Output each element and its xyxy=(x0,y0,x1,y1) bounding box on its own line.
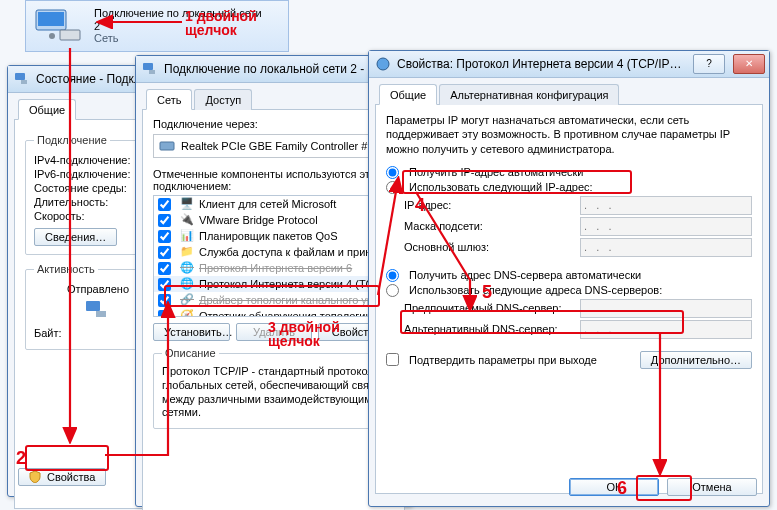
title-text: Свойства: Протокол Интернета версии 4 (T… xyxy=(397,57,685,71)
description-text: Протокол TCP/IP - стандартный протокол г… xyxy=(162,365,385,420)
uninstall-button[interactable]: Удалить xyxy=(236,323,312,341)
svg-rect-5 xyxy=(21,80,27,84)
lan-connection-shortcut[interactable]: Подключение по локальной сети 2 Сеть xyxy=(25,0,289,52)
cancel-button[interactable]: Отмена xyxy=(667,478,757,496)
properties-button[interactable]: Свойства xyxy=(18,468,106,486)
intro-text: Параметры IP могут назначаться автоматич… xyxy=(386,113,752,156)
input-dns1[interactable] xyxy=(580,299,752,318)
nic-icon xyxy=(159,138,175,154)
shield-icon xyxy=(29,471,41,483)
label-connect-via: Подключение через: xyxy=(153,118,394,130)
titlebar-tcpip[interactable]: Свойства: Протокол Интернета версии 4 (T… xyxy=(369,51,769,78)
help-button[interactable]: ? xyxy=(693,54,725,74)
tabstrip-tcpip: Общие Альтернативная конфигурация xyxy=(375,83,763,105)
label-mask: Маска подсети: xyxy=(404,220,574,232)
list-item: 🔗Драйвер топологии канального уровня xyxy=(154,292,393,308)
checkbox-validate-on-exit[interactable] xyxy=(386,353,399,366)
close-button[interactable]: ✕ xyxy=(733,54,765,74)
lan-connection-label: Подключение по локальной сети 2 Сеть xyxy=(94,7,262,45)
svg-point-11 xyxy=(377,58,389,70)
components-list[interactable]: 🖥️Клиент для сетей Microsoft 🔌VMware Bri… xyxy=(153,195,394,317)
svg-rect-6 xyxy=(86,301,100,311)
tab-network[interactable]: Сеть xyxy=(146,89,192,110)
svg-rect-8 xyxy=(143,63,153,70)
tab-alt-config[interactable]: Альтернативная конфигурация xyxy=(439,84,619,105)
input-dns2[interactable] xyxy=(580,320,752,339)
label-bytes: Байт: xyxy=(34,327,62,339)
label-state: Состояние среды: xyxy=(34,182,127,194)
list-item: 📊Планировщик пакетов QoS xyxy=(154,228,393,244)
legend-activity: Активность xyxy=(34,263,98,275)
advanced-button[interactable]: Дополнительно… xyxy=(640,351,752,369)
window-icon xyxy=(14,71,30,87)
svg-rect-1 xyxy=(38,12,64,26)
radio-ip-auto[interactable] xyxy=(386,166,399,179)
label-dns2: Альтернативный DNS-сервер: xyxy=(404,323,574,335)
label-duration: Длительность: xyxy=(34,196,108,208)
input-ip[interactable] xyxy=(580,196,752,215)
activity-icon xyxy=(84,299,112,321)
radio-ip-auto-row[interactable]: Получить IP-адрес автоматически xyxy=(386,166,752,179)
list-item-tcpip4: 🌐Протокол Интернета версии 4 (TCP/IPv4) xyxy=(154,276,393,292)
ok-button[interactable]: ОК xyxy=(569,478,659,496)
details-button[interactable]: Сведения… xyxy=(34,228,117,246)
radio-dns-auto-row[interactable]: Получить адрес DNS-сервера автоматически xyxy=(386,269,752,282)
tab-general[interactable]: Общие xyxy=(379,84,437,105)
window-tcpip-properties: Свойства: Протокол Интернета версии 4 (T… xyxy=(368,50,770,507)
svg-rect-4 xyxy=(15,73,25,80)
install-button[interactable]: Установить… xyxy=(153,323,230,341)
label-gateway: Основной шлюз: xyxy=(404,241,574,253)
label-validate: Подтвердить параметры при выходе xyxy=(409,354,597,366)
label-dns1: Предпочитаемый DNS-сервер: xyxy=(404,302,574,314)
tab-access[interactable]: Доступ xyxy=(194,89,252,110)
svg-rect-7 xyxy=(96,311,106,317)
svg-rect-10 xyxy=(160,142,174,150)
label-speed: Скорость: xyxy=(34,210,85,222)
label-ipv6: IPv6-подключение: xyxy=(34,168,131,180)
group-description: Описание Протокол TCP/IP - стандартный п… xyxy=(153,347,394,429)
svg-point-3 xyxy=(49,33,55,39)
input-gateway[interactable] xyxy=(580,238,752,257)
nic-field[interactable]: Realtek PCIe GBE Family Controller #2 xyxy=(153,134,394,158)
list-item: 📁Служба доступа к файлам и принтерам xyxy=(154,244,393,260)
radio-dns-manual[interactable] xyxy=(386,284,399,297)
input-mask[interactable] xyxy=(580,217,752,236)
label-components: Отмеченные компоненты используются этим … xyxy=(153,168,394,192)
network-icon xyxy=(32,8,86,44)
label-ipv4: IPv4-подключение: xyxy=(34,154,131,166)
list-item: 🧭Ответчик обнаружения топологии xyxy=(154,308,393,317)
tab-general[interactable]: Общие xyxy=(18,99,76,120)
radio-dns-auto[interactable] xyxy=(386,269,399,282)
radio-ip-manual-row[interactable]: Использовать следующий IP-адрес: xyxy=(386,181,752,194)
list-item: 🌐Протокол Интернета версии 6 xyxy=(154,260,393,276)
legend-description: Описание xyxy=(162,347,219,359)
label-ip: IP-адрес: xyxy=(404,199,574,211)
svg-rect-2 xyxy=(60,30,80,40)
window-icon xyxy=(142,61,158,77)
list-item: 🔌VMware Bridge Protocol xyxy=(154,212,393,228)
svg-rect-9 xyxy=(149,70,155,74)
list-item: 🖥️Клиент для сетей Microsoft xyxy=(154,196,393,212)
label-sent: Отправлено xyxy=(67,283,129,295)
radio-dns-manual-row[interactable]: Использовать следующие адреса DNS-сервер… xyxy=(386,284,752,297)
legend-connection: Подключение xyxy=(34,134,110,146)
radio-ip-manual[interactable] xyxy=(386,181,399,194)
tabstrip-lanprops: Сеть Доступ xyxy=(142,88,405,110)
window-icon xyxy=(375,56,391,72)
